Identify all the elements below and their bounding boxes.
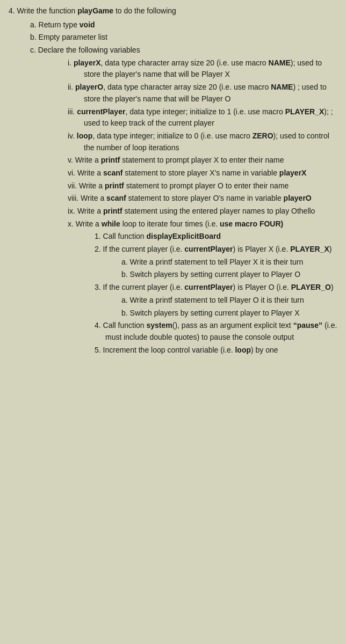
item-viii: viii. Write a scanf statement to store p… <box>68 193 337 204</box>
section-title: 4. Write the function playGame to do the… <box>9 5 337 17</box>
item-c: c. Declare the following variables <box>30 45 337 56</box>
loop-item-4: 4. Call function system(), pass as an ar… <box>95 320 337 343</box>
item-iv: iv. loop, data type integer; initialize … <box>68 130 337 153</box>
loop-item-2b: b. Switch players by setting current pla… <box>121 269 337 281</box>
loop-item-3: 3. If the current player (i.e. currentPl… <box>95 282 337 294</box>
item-ii: ii. playerO, data type character array s… <box>68 82 337 105</box>
item-a: a. Return type void <box>30 19 337 31</box>
item-i: i. playerX, data type character array si… <box>68 57 337 80</box>
item-ix: ix. Write a printf statement using the e… <box>68 206 337 217</box>
loop-item-3b: b. Switch players by setting current pla… <box>121 308 337 319</box>
page-container: 4. Write the function playGame to do the… <box>0 0 346 644</box>
item-b: b. Empty parameter list <box>30 32 337 43</box>
item-v: v. Write a printf statement to prompt pl… <box>68 155 337 166</box>
loop-item-2a: a. Write a printf statement to tell Play… <box>121 257 337 268</box>
item-vi: vi. Write a scanf statement to store pla… <box>68 167 337 179</box>
content: 4. Write the function playGame to do the… <box>9 5 337 356</box>
loop-item-2: 2. If the current player (i.e. currentPl… <box>95 244 337 255</box>
item-vii: vii. Write a printf statement to prompt … <box>68 180 337 192</box>
item-x: x. Write a while loop to iterate four ti… <box>68 218 337 230</box>
loop-item-3a: a. Write a printf statement to tell Play… <box>121 295 337 306</box>
loop-item-1: 1. Call function displayExplicitBoard <box>95 231 337 243</box>
item-iii: iii. currentPlayer, data type integer; i… <box>68 106 337 129</box>
loop-item-5: 5. Increment the loop control variable (… <box>95 345 337 356</box>
